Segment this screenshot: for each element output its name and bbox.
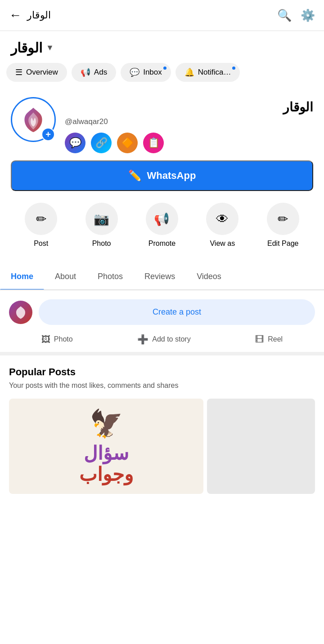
viewas-label: View as bbox=[210, 240, 235, 248]
reel-post-action[interactable]: 🎞 Reel bbox=[255, 334, 283, 345]
post-action[interactable]: ✏ Post bbox=[25, 203, 57, 248]
popular-posts-title: Popular Posts bbox=[9, 366, 315, 378]
nav-tab-photos[interactable]: Photos bbox=[87, 264, 134, 289]
create-post-button[interactable]: Create a post bbox=[39, 299, 315, 325]
editpage-label: Edit Page bbox=[267, 240, 298, 248]
reel-icon: 🎞 bbox=[255, 334, 264, 345]
nav-tab-photos-label: Photos bbox=[98, 272, 123, 281]
top-bar-icons: 🔍 ⚙️ bbox=[277, 9, 315, 22]
profile-apps: 💬 🔗 🔶 📋 bbox=[65, 133, 313, 153]
edit-icon: ✏ bbox=[267, 203, 299, 235]
tab-ads[interactable]: 📢 Ads bbox=[72, 63, 116, 82]
tab-overview[interactable]: ☰ Overview bbox=[6, 63, 67, 82]
nav-tab-videos[interactable]: Videos bbox=[186, 264, 232, 289]
post-label: Post bbox=[34, 240, 48, 248]
popular-posts-subtitle: Your posts with the most likes, comments… bbox=[9, 381, 315, 391]
side-post-thumbnail[interactable] bbox=[207, 399, 315, 493]
photo-post-action[interactable]: 🖼 Photo bbox=[41, 334, 73, 345]
photo-icon: 📷 bbox=[86, 203, 118, 235]
editpage-action[interactable]: ✏ Edit Page bbox=[267, 203, 299, 248]
photo-post-icon: 🖼 bbox=[41, 334, 50, 345]
post-icon: ✏ bbox=[25, 203, 57, 235]
eye-icon: 👁 bbox=[206, 203, 238, 235]
nav-tab-reviews-label: Reviews bbox=[144, 272, 175, 281]
tab-row: ☰ Overview 📢 Ads 💬 Inbox 🔔 Notifica… bbox=[0, 60, 324, 88]
promote-label: Promote bbox=[148, 240, 176, 248]
whatsapp-button-label: WhatsApp bbox=[147, 170, 196, 182]
nav-tab-home-label: Home bbox=[11, 272, 33, 281]
meta-app-icon[interactable]: 🔗 bbox=[91, 133, 112, 153]
avatar-add-button[interactable]: + bbox=[41, 128, 55, 141]
reel-post-label: Reel bbox=[268, 335, 283, 343]
viewas-action[interactable]: 👁 View as bbox=[206, 203, 238, 248]
nav-tab-videos-label: Videos bbox=[197, 272, 221, 281]
posts-grid: 🦅 سؤالوجواب bbox=[9, 399, 315, 493]
profile-info: الوقار @alwaqar20 💬 🔗 🔶 📋 bbox=[65, 97, 313, 153]
profile-name: الوقار bbox=[65, 100, 313, 115]
avatar-wrapper: + bbox=[11, 97, 56, 142]
nav-tab-about-label: About bbox=[55, 272, 76, 281]
chevron-down-icon[interactable]: ▼ bbox=[46, 43, 54, 53]
search-icon[interactable]: 🔍 bbox=[277, 9, 292, 22]
notifications-icon: 🔔 bbox=[184, 67, 194, 77]
action-row: ✏ Post 📷 Photo 📢 Promote 👁 View as ✏ Edi… bbox=[11, 198, 313, 250]
checklist-app-icon[interactable]: 📋 bbox=[143, 133, 164, 153]
nav-tab-reviews[interactable]: Reviews bbox=[134, 264, 186, 289]
create-post-section: Create a post bbox=[0, 290, 324, 329]
tab-notifications[interactable]: 🔔 Notifica… bbox=[176, 63, 240, 82]
ads-icon: 📢 bbox=[81, 67, 90, 77]
page-name: الوقار bbox=[11, 40, 42, 56]
photo-post-label: Photo bbox=[54, 335, 73, 343]
profile-handle: @alwaqar20 bbox=[65, 117, 313, 126]
nav-tab-home[interactable]: Home bbox=[0, 264, 44, 289]
story-post-action[interactable]: ➕ Add to story bbox=[137, 334, 190, 345]
story-plus-icon: ➕ bbox=[137, 334, 148, 345]
story-post-label: Add to story bbox=[152, 335, 190, 343]
third-app-icon[interactable]: 🔶 bbox=[117, 133, 138, 153]
top-bar: ← الوقار 🔍 ⚙️ bbox=[0, 0, 324, 31]
promote-icon: 📢 bbox=[146, 203, 178, 235]
photo-label: Photo bbox=[92, 240, 111, 248]
tab-overview-label: Overview bbox=[26, 68, 58, 77]
post-actions-row: 🖼 Photo ➕ Add to story 🎞 Reel bbox=[0, 329, 324, 355]
photo-action[interactable]: 📷 Photo bbox=[86, 203, 118, 248]
popular-posts-section: Popular Posts Your posts with the most l… bbox=[0, 355, 324, 501]
nav-tabs: Home About Photos Reviews Videos bbox=[0, 264, 324, 290]
page-name-row: الوقار ▼ bbox=[0, 31, 324, 60]
top-bar-title: الوقار bbox=[27, 9, 277, 21]
profile-section: + الوقار @alwaqar20 💬 🔗 🔶 📋 ✏️ WhatsApp … bbox=[0, 88, 324, 259]
main-post-thumbnail[interactable]: 🦅 سؤالوجواب bbox=[9, 399, 203, 493]
overview-icon: ☰ bbox=[15, 67, 22, 77]
tab-inbox-label: Inbox bbox=[143, 68, 162, 77]
tab-ads-label: Ads bbox=[94, 68, 107, 77]
messenger-app-icon[interactable]: 💬 bbox=[65, 133, 86, 153]
post-avatar bbox=[9, 301, 32, 324]
whatsapp-pencil-icon: ✏️ bbox=[128, 169, 142, 182]
tab-notifications-label: Notifica… bbox=[198, 68, 231, 77]
promote-action[interactable]: 📢 Promote bbox=[146, 203, 178, 248]
inbox-icon: 💬 bbox=[130, 67, 140, 77]
settings-icon[interactable]: ⚙️ bbox=[301, 9, 315, 22]
tab-inbox[interactable]: 💬 Inbox bbox=[121, 63, 171, 82]
back-button[interactable]: ← bbox=[9, 8, 22, 22]
whatsapp-button[interactable]: ✏️ WhatsApp bbox=[11, 160, 313, 191]
nav-tab-about[interactable]: About bbox=[44, 264, 87, 289]
profile-top: + الوقار @alwaqar20 💬 🔗 🔶 📋 bbox=[11, 97, 313, 153]
